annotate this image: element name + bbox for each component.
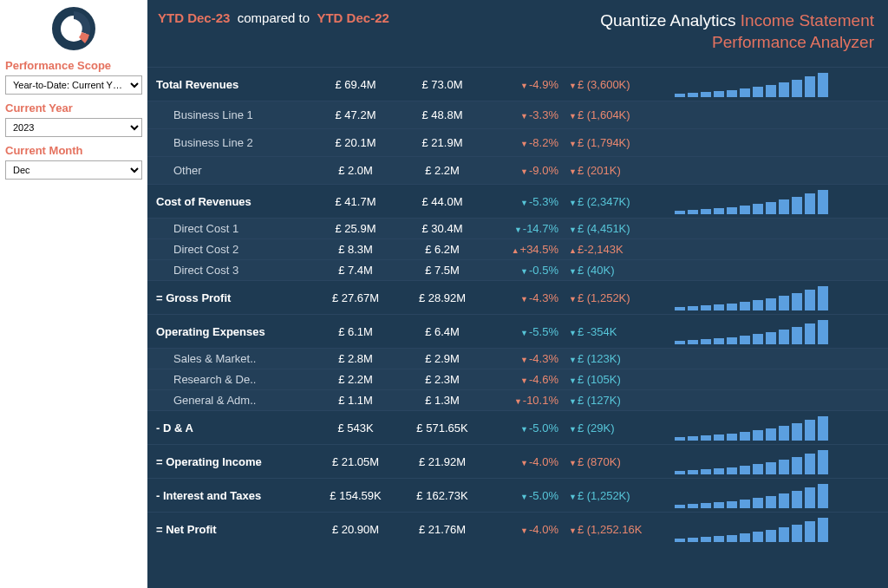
sparkline bbox=[668, 318, 888, 344]
row-label: Sales & Market.. bbox=[147, 352, 312, 365]
table-row[interactable]: = Operating Income£ 21.05M£ 21.92M-4.0%£… bbox=[147, 444, 888, 478]
period-comparison: YTD Dec-23 compared to YTD Dec-22 bbox=[158, 10, 389, 53]
current-value: £ 25.9M bbox=[312, 222, 399, 235]
table-row[interactable]: = Gross Profit£ 27.67M£ 28.92M-4.3%£ (1,… bbox=[147, 280, 888, 314]
prior-value: £ 1.3M bbox=[399, 394, 486, 407]
row-label: Total Revenues bbox=[147, 78, 312, 91]
sparkline bbox=[668, 188, 888, 214]
sidebar: Performance Scope Year-to-Date: Current … bbox=[0, 0, 147, 588]
table-row[interactable]: Direct Cost 3£ 7.4M£ 7.5M-0.5%£ (40K) bbox=[147, 259, 888, 280]
row-label: Direct Cost 1 bbox=[147, 222, 312, 235]
row-label: Research & De.. bbox=[147, 373, 312, 386]
prior-value: £ 162.73K bbox=[399, 489, 486, 502]
prior-value: £ 73.0M bbox=[399, 78, 486, 91]
row-label: = Gross Profit bbox=[147, 291, 312, 304]
donut-chart-icon bbox=[52, 7, 95, 50]
table-row[interactable]: = Net Profit£ 20.90M£ 21.76M-4.0%£ (1,25… bbox=[147, 512, 888, 546]
pct-change: -5.0% bbox=[486, 421, 564, 434]
table-row[interactable]: - D & A£ 543K£ 571.65K-5.0%£ (29K) bbox=[147, 410, 888, 444]
main-panel: YTD Dec-23 compared to YTD Dec-22 Quanti… bbox=[147, 0, 888, 588]
row-label: Cost of Revenues bbox=[147, 195, 312, 208]
abs-change: £ (1,252.16K bbox=[564, 523, 668, 536]
pct-change: -10.1% bbox=[486, 394, 564, 407]
row-label: - D & A bbox=[147, 421, 312, 434]
abs-change: £ (201K) bbox=[564, 164, 668, 177]
current-value: £ 154.59K bbox=[312, 489, 399, 502]
pct-change: -4.9% bbox=[486, 78, 564, 91]
table-row[interactable]: Total Revenues£ 69.4M£ 73.0M-4.9%£ (3,60… bbox=[147, 67, 888, 101]
pct-change: -5.0% bbox=[486, 489, 564, 502]
pct-change: -5.3% bbox=[486, 195, 564, 208]
year-select[interactable]: 2023 bbox=[5, 118, 142, 137]
current-value: £ 20.1M bbox=[312, 136, 399, 149]
abs-change: £-2,143K bbox=[564, 243, 668, 256]
prior-value: £ 6.4M bbox=[399, 325, 486, 338]
table-row[interactable]: Sales & Market..£ 2.8M£ 2.9M-4.3%£ (123K… bbox=[147, 348, 888, 369]
row-label: Direct Cost 3 bbox=[147, 264, 312, 277]
abs-change: £ (3,600K) bbox=[564, 78, 668, 91]
abs-change: £ (1,252K) bbox=[564, 291, 668, 304]
prior-value: £ 30.4M bbox=[399, 222, 486, 235]
sparkline bbox=[668, 415, 888, 441]
abs-change: £ (123K) bbox=[564, 352, 668, 365]
svg-point-1 bbox=[66, 21, 82, 36]
current-value: £ 543K bbox=[312, 421, 399, 434]
table-row[interactable]: General & Adm..£ 1.1M£ 1.3M-10.1%£ (127K… bbox=[147, 389, 888, 410]
pct-change: -5.5% bbox=[486, 325, 564, 338]
pct-change: -4.3% bbox=[486, 352, 564, 365]
abs-change: £ (1,604K) bbox=[564, 108, 668, 121]
row-label: Operating Expenses bbox=[147, 325, 312, 338]
table-row[interactable]: Business Line 2£ 20.1M£ 21.9M-8.2%£ (1,7… bbox=[147, 128, 888, 156]
pct-change: -0.5% bbox=[486, 264, 564, 277]
current-value: £ 20.90M bbox=[312, 523, 399, 536]
table-row[interactable]: Direct Cost 2£ 8.3M£ 6.2M+34.5%£-2,143K bbox=[147, 238, 888, 259]
current-value: £ 1.1M bbox=[312, 394, 399, 407]
abs-change: £ (40K) bbox=[564, 264, 668, 277]
current-period: YTD Dec-23 bbox=[158, 10, 230, 25]
abs-change: £ (1,252K) bbox=[564, 489, 668, 502]
pct-change: -4.6% bbox=[486, 373, 564, 386]
pct-change: -9.0% bbox=[486, 164, 564, 177]
prior-value: £ 6.2M bbox=[399, 243, 486, 256]
row-label: = Operating Income bbox=[147, 455, 312, 468]
prior-value: £ 48.8M bbox=[399, 108, 486, 121]
abs-change: £ (105K) bbox=[564, 373, 668, 386]
header: YTD Dec-23 compared to YTD Dec-22 Quanti… bbox=[147, 0, 888, 67]
abs-change: £ (4,451K) bbox=[564, 222, 668, 235]
prior-value: £ 571.65K bbox=[399, 421, 486, 434]
income-statement-table: Total Revenues£ 69.4M£ 73.0M-4.9%£ (3,60… bbox=[147, 67, 888, 546]
month-label: Current Month bbox=[5, 144, 142, 157]
current-value: £ 2.0M bbox=[312, 164, 399, 177]
pct-change: -3.3% bbox=[486, 108, 564, 121]
sparkline bbox=[668, 71, 888, 97]
current-value: £ 2.2M bbox=[312, 373, 399, 386]
month-select[interactable]: Dec bbox=[5, 160, 142, 180]
year-label: Current Year bbox=[5, 101, 142, 114]
abs-change: £ -354K bbox=[564, 325, 668, 338]
current-value: £ 41.7M bbox=[312, 195, 399, 208]
current-value: £ 8.3M bbox=[312, 243, 399, 256]
prior-value: £ 21.92M bbox=[399, 455, 486, 468]
table-row[interactable]: Direct Cost 1£ 25.9M£ 30.4M-14.7%£ (4,45… bbox=[147, 218, 888, 238]
logo bbox=[5, 7, 142, 50]
pct-change: -4.0% bbox=[486, 455, 564, 468]
prior-value: £ 2.2M bbox=[399, 164, 486, 177]
row-label: = Net Profit bbox=[147, 523, 312, 536]
prior-period: YTD Dec-22 bbox=[317, 10, 388, 25]
prior-value: £ 21.9M bbox=[399, 136, 486, 149]
prior-value: £ 2.9M bbox=[399, 352, 486, 365]
row-label: - Interest and Taxes bbox=[147, 489, 312, 502]
table-row[interactable]: - Interest and Taxes£ 154.59K£ 162.73K-5… bbox=[147, 478, 888, 512]
current-value: £ 2.8M bbox=[312, 352, 399, 365]
table-row[interactable]: Other£ 2.0M£ 2.2M-9.0%£ (201K) bbox=[147, 156, 888, 184]
table-row[interactable]: Business Line 1£ 47.2M£ 48.8M-3.3%£ (1,6… bbox=[147, 101, 888, 128]
abs-change: £ (1,794K) bbox=[564, 136, 668, 149]
table-row[interactable]: Research & De..£ 2.2M£ 2.3M-4.6%£ (105K) bbox=[147, 369, 888, 389]
current-value: £ 7.4M bbox=[312, 264, 399, 277]
scope-select[interactable]: Year-to-Date: Current Y… bbox=[5, 75, 142, 95]
table-row[interactable]: Operating Expenses£ 6.1M£ 6.4M-5.5%£ -35… bbox=[147, 314, 888, 348]
abs-change: £ (870K) bbox=[564, 455, 668, 468]
prior-value: £ 21.76M bbox=[399, 523, 486, 536]
table-row[interactable]: Cost of Revenues£ 41.7M£ 44.0M-5.3%£ (2,… bbox=[147, 184, 888, 218]
pct-change: -8.2% bbox=[486, 136, 564, 149]
